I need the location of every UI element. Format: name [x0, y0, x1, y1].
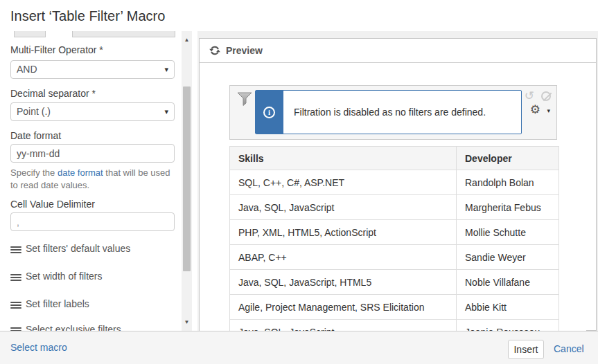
hamburger-icon [10, 274, 21, 281]
hamburger-icon [10, 246, 21, 253]
set-width-of-filters-section[interactable]: Set width of filters [10, 271, 103, 283]
clear-filters-icon[interactable] [541, 91, 551, 101]
hamburger-icon [10, 302, 21, 309]
cell-value-delimiter-input[interactable] [10, 212, 175, 231]
notice-accent: i [256, 91, 283, 134]
preview-table: Skills Developer SQL, C++, C#, ASP.NET R… [229, 146, 559, 331]
decimal-separator-label: Decimal separator * [10, 88, 96, 99]
preview-title: Preview [226, 45, 263, 56]
scroll-down-icon[interactable]: ▼ [182, 318, 192, 327]
table-row: Java, SQL, JavaScript Joanie Rousseau [230, 320, 559, 331]
chevron-down-icon: ▾ [164, 61, 168, 78]
multi-filter-operator-label: Multi-Filter Operator * [10, 44, 103, 55]
column-header-developer: Developer [457, 147, 559, 170]
preview-panel: Preview i [199, 38, 597, 331]
set-filter-labels-section[interactable]: Set filter labels [10, 298, 89, 311]
dialog-body: Multi-Filter Operator * AND ▾ Decimal se… [0, 31, 598, 331]
gear-icon[interactable]: ⚙ [530, 104, 540, 116]
select-exclusive-filters-section[interactable]: Select exclusive filters [10, 324, 121, 331]
table-row: ABAP, C++ Sandie Weyer [230, 245, 559, 270]
multi-filter-operator-select[interactable]: AND ▾ [10, 60, 175, 79]
insert-macro-dialog: Insert ‘Table Filter’ Macro Multi-Filter… [0, 0, 598, 364]
decimal-separator-select[interactable]: Point (.) ▾ [10, 102, 175, 121]
table-row: PHP, XML, HTML5, ActionScript Mollie Sch… [230, 220, 559, 245]
select-macro-link[interactable]: Select macro [10, 342, 67, 353]
scrollbar-thumb[interactable] [183, 87, 191, 271]
dialog-footer: Select macro Insert Cancel [0, 331, 598, 364]
filtration-disabled-notice: i Filtration is disabled as no filters a… [255, 90, 522, 134]
date-format-label: Date format [10, 130, 61, 141]
date-format-help-link[interactable]: date format [58, 167, 103, 178]
insert-button[interactable]: Insert [508, 340, 544, 359]
form-scrollbar[interactable]: ▲ ▼ [182, 31, 192, 331]
undo-icon[interactable]: ↺ [525, 89, 534, 103]
table-row: SQL, C++, C#, ASP.NET Randolph Bolan [230, 170, 559, 195]
table-row: Java, SQL, JavaScript, HTML5 Noble Villa… [230, 270, 559, 295]
column-header-skills: Skills [230, 147, 457, 170]
selected-value: AND [17, 64, 37, 75]
dialog-title: Insert ‘Table Filter’ Macro [10, 8, 165, 24]
chevron-down-icon: ▾ [164, 103, 168, 120]
macro-parameters-panel: Multi-Filter Operator * AND ▾ Decimal se… [0, 31, 197, 331]
table-row: Agile, Project Management, SRS Elicitati… [230, 295, 559, 320]
table-header-row: Skills Developer [230, 147, 559, 170]
cancel-button[interactable]: Cancel [554, 343, 584, 354]
preview-content: i Filtration is disabled as no filters a… [200, 64, 586, 331]
scroll-up-icon[interactable]: ▲ [182, 35, 192, 44]
dialog-header: Insert ‘Table Filter’ Macro [0, 0, 598, 31]
notice-text: Filtration is disabled as no filters are… [294, 91, 516, 134]
clipped-control-fragment [14, 31, 46, 37]
filter-control-bar: i Filtration is disabled as no filters a… [229, 85, 557, 140]
clipped-control-fragment [72, 31, 175, 37]
date-format-help: Specify the date format that will be use… [10, 167, 178, 191]
filter-funnel-icon [237, 92, 252, 107]
table-row: Java, SQL, JavaScript Margherita Febus [230, 195, 559, 220]
refresh-icon[interactable] [209, 44, 221, 57]
set-default-values-section[interactable]: Set filters' default values [10, 243, 130, 255]
chevron-down-icon[interactable]: ▾ [547, 107, 550, 114]
preview-header: Preview [200, 39, 596, 63]
cell-value-delimiter-label: Cell Value Delimiter [10, 199, 95, 210]
info-icon: i [263, 107, 275, 118]
selected-value: Point (.) [17, 106, 51, 117]
date-format-input[interactable] [10, 144, 175, 163]
